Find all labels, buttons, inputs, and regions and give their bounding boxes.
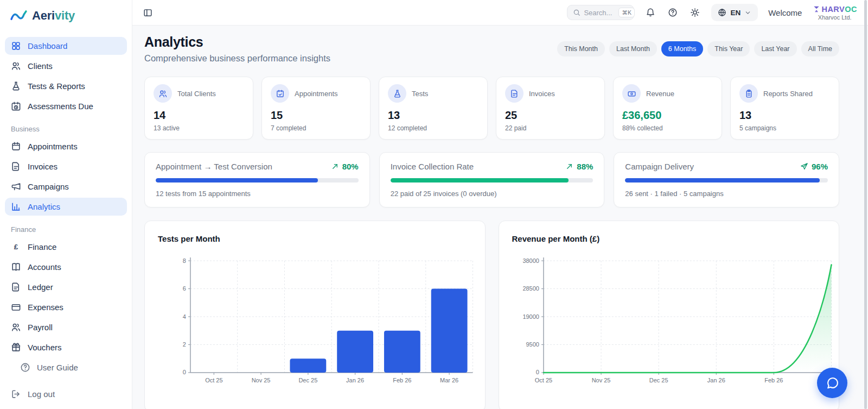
svg-text:Jan 26: Jan 26 [346,377,364,383]
stat-sub: 22 paid [505,124,596,132]
stat-card-top: Reports Shared [739,84,830,103]
svg-text:Jan 26: Jan 26 [707,377,725,383]
tests-chart-title: Tests per Month [158,234,480,243]
sidebar-item-invoices[interactable]: Invoices [5,158,127,175]
sidebar-toggle-button[interactable] [140,5,156,21]
filter-this-month[interactable]: This Month [557,41,605,56]
svg-text:19000: 19000 [522,313,539,320]
dashboard-icon [11,41,21,51]
chat-button[interactable] [817,368,847,398]
stat-card-tests: Tests1312 completed [379,77,488,140]
sidebar-item-accounts[interactable]: Accounts [5,258,127,276]
logout-icon [11,389,21,399]
stat-card-top: Tests [388,84,478,103]
progress-card-invoice-collection-rate: Invoice Collection Rate88%22 paid of 25 … [379,152,605,207]
sidebar-item-label: Assessments Due [28,102,93,111]
sidebar-item-assessments-due[interactable]: Assessments Due [5,97,127,115]
org-profile[interactable]: HARVOC Xharvoc Ltd. [812,5,857,21]
search-input[interactable] [584,9,615,17]
brand[interactable]: Aerivity [0,0,132,28]
file-text-icon [11,282,21,292]
sidebar: Aerivity DashboardClientsTests & Reports… [0,0,132,409]
sidebar-section-label-finance: Finance [11,225,121,234]
progress-track [156,178,359,183]
content: Analytics Comprehensive business perform… [132,26,868,409]
chevron-down-icon [744,9,751,16]
progress-card-head: Campaign Delivery96% [625,162,828,171]
sidebar-item-ledger[interactable]: Ledger [5,278,127,296]
sidebar-item-label: Campaigns [28,182,69,191]
scrollbar-thumb[interactable] [864,0,867,409]
stat-label: Invoices [529,90,555,98]
language-selector[interactable]: EN [711,4,758,21]
svg-text:28500: 28500 [522,285,539,292]
stat-card-top: Revenue [622,84,713,103]
sidebar-item-label: Invoices [28,162,58,171]
sidebar-item-label: Accounts [28,262,61,272]
banknote-icon [622,84,641,103]
progress-percent-value: 88% [577,162,593,171]
sidebar-item-expenses[interactable]: Expenses [5,298,127,316]
svg-text:0: 0 [183,369,186,375]
progress-card-head: Invoice Collection Rate88% [391,162,593,171]
sidebar-section-label-business: Business [11,125,121,133]
stat-card-revenue: Revenue£36,65088% collected [613,77,722,140]
trend-up-icon [331,162,339,171]
stat-cards-row: Total Clients1413 activeAppointments157 … [144,77,839,140]
revenue-chart-card: Revenue per Month (£) 095001900028500380… [499,221,840,409]
progress-title: Campaign Delivery [625,162,694,171]
sun-button[interactable] [689,7,701,18]
sidebar-item-clients[interactable]: Clients [5,57,127,75]
progress-percent: 96% [800,162,828,171]
gift-icon [11,342,21,353]
revenue-chart-title: Revenue per Month (£) [512,234,834,243]
stat-card-top: Total Clients [154,84,244,103]
bell-button[interactable] [644,7,656,18]
progress-sub: 26 sent · 1 failed · 5 campaigns [625,190,828,198]
filter-this-year[interactable]: This Year [707,41,750,56]
progress-percent: 88% [565,162,593,171]
sidebar-item-log-out[interactable]: Log out [5,385,127,403]
sidebar-item-label: Finance [28,242,56,251]
sidebar-item-tests-reports[interactable]: Tests & Reports [5,77,127,95]
stat-value: 13 [739,109,830,122]
sidebar-item-dashboard[interactable]: Dashboard [5,37,127,55]
search-shortcut-badge: ⌘K [618,8,635,17]
svg-text:4: 4 [183,313,186,320]
svg-text:Mar 26: Mar 26 [440,377,458,383]
sidebar-item-label: Tests & Reports [28,81,85,91]
progress-card-campaign-delivery: Campaign Delivery96%26 sent · 1 failed ·… [614,152,839,207]
stat-value: 13 [388,109,478,122]
progress-fill [625,178,820,183]
svg-text:0: 0 [535,369,539,375]
sidebar-item-vouchers[interactable]: Vouchers [5,338,127,356]
scrollbar[interactable] [863,0,868,409]
svg-text:8: 8 [183,257,186,264]
sidebar-item-analytics[interactable]: Analytics [5,198,127,216]
sidebar-item-appointments[interactable]: Appointments [5,137,127,155]
topbar-right: ⌘K EN Welcome HARVOC Xharvoc Ltd. [567,4,857,21]
help-circle-button[interactable] [667,7,679,18]
sidebar-item-label: Vouchers [28,343,62,352]
file-text-icon [11,161,21,172]
progress-sub: 22 paid of 25 invoices (0 overdue) [391,190,593,198]
sidebar-item-finance[interactable]: £Finance [5,238,127,256]
filter-all-time[interactable]: All Time [801,41,839,56]
progress-track [391,178,593,183]
filter-6-months[interactable]: 6 Months [661,41,703,56]
pound-icon: £ [11,242,21,252]
filter-last-month[interactable]: Last Month [609,41,657,56]
stat-value: £36,650 [622,109,713,122]
clipboard-icon [739,84,758,103]
filter-last-year[interactable]: Last Year [754,41,796,56]
sidebar-item-payroll[interactable]: Payroll [5,318,127,336]
search-box[interactable]: ⌘K [567,5,634,20]
sidebar-item-label: Ledger [28,282,53,292]
charts-row: Tests per Month 02468Oct 25Nov 25Dec 25J… [144,221,839,409]
sidebar-item-user-guide[interactable]: User Guide [14,358,127,376]
topbar: ⌘K EN Welcome HARVOC Xharvoc Ltd. [132,0,868,26]
stat-sub: 5 campaigns [739,124,830,132]
tests-bar-chart: 02468Oct 25Nov 25Dec 25Jan 26Feb 26Mar 2… [158,251,480,393]
svg-text:Nov 25: Nov 25 [591,377,610,383]
sidebar-item-campaigns[interactable]: Campaigns [5,178,127,196]
